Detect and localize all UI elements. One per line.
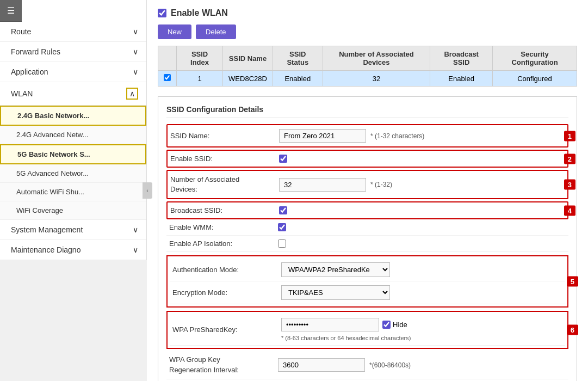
sidebar-item-route[interactable]: Route ∨: [0, 22, 146, 42]
maintenance-chevron: ∨: [133, 245, 138, 254]
auth-mode-select[interactable]: WPA/WPA2 PreSharedKe WPA PreSharedKey WP…: [281, 262, 390, 277]
cell-index: 1: [177, 71, 223, 87]
wlan-label: WLAN: [11, 89, 33, 98]
enable-ap-row: Enable AP Isolation:: [166, 236, 568, 252]
enable-ssid-row: Enable SSID: 2: [166, 150, 568, 168]
enc-mode-row: Encryption Mode: TKIP&AES TKIP AES: [170, 281, 565, 304]
enable-wmm-row: Enable WMM:: [166, 219, 568, 236]
cell-devices: 32: [323, 71, 430, 87]
sidebar-item-2g-advanced[interactable]: 2.4G Advanced Netw...: [0, 126, 146, 144]
enable-ssid-label: Enable SSID:: [170, 155, 279, 163]
enable-ssid-checkbox[interactable]: [279, 155, 287, 163]
route-chevron: ∨: [133, 27, 138, 36]
broadcast-row: Broadcast SSID: 4: [166, 201, 568, 219]
application-label: Application: [11, 67, 48, 76]
enable-wlan-row: Enable WLAN: [158, 8, 577, 18]
devices-label: Number of AssociatedDevices:: [170, 175, 279, 194]
col-security-config: Security Configuration: [493, 46, 577, 71]
table-row[interactable]: 1 WED8C28D Enabled 32 Enabled Configured: [158, 71, 577, 87]
sidebar-collapse-btn[interactable]: ‹: [143, 182, 152, 199]
enable-wlan-label: Enable WLAN: [171, 8, 228, 18]
sidebar-item-wlan[interactable]: WLAN ∧: [0, 82, 146, 106]
step-badge-2: 2: [564, 153, 575, 164]
sidebar-item-system-management[interactable]: System Management ∨: [0, 220, 146, 240]
main-content: Enable WLAN New Delete SSID Index SSID N…: [147, 0, 588, 381]
sidebar-item-application[interactable]: Application ∨: [0, 62, 146, 82]
enable-wmm-checkbox[interactable]: [278, 223, 286, 231]
auth-enc-group: Authentication Mode: WPA/WPA2 PreSharedK…: [166, 255, 568, 308]
enable-wmm-label: Enable WMM:: [169, 223, 278, 231]
ssid-name-row: SSID Name: * (1-32 characters) 1: [166, 124, 568, 148]
sidebar-item-5g-basic[interactable]: 5G Basic Network S...: [0, 144, 146, 164]
config-section-title: SSID Configuration Details: [166, 105, 568, 118]
wpa-key-input[interactable]: [281, 318, 379, 331]
cell-ssid-name: WED8C28D: [223, 71, 273, 87]
application-chevron: ∨: [133, 67, 138, 76]
hide-label: Hide: [393, 321, 407, 329]
wpa-key-label: WPA PreSharedKey:: [172, 325, 281, 334]
ssid-name-label: SSID Name:: [170, 132, 279, 140]
new-button[interactable]: New: [158, 24, 191, 39]
system-management-chevron: ∨: [133, 225, 138, 234]
enable-wlan-checkbox[interactable]: [158, 9, 166, 17]
step-badge-6: 6: [567, 325, 578, 335]
col-broadcast: Broadcast SSID: [430, 46, 493, 71]
sidebar-item-maintenance[interactable]: Maintenance Diagno ∨: [0, 240, 146, 260]
config-section: SSID Configuration Details SSID Name: * …: [158, 96, 577, 381]
row-checkbox[interactable]: [164, 74, 171, 81]
cell-security: Configured: [493, 71, 577, 87]
step-badge-1: 1: [564, 131, 575, 141]
wlan-table: SSID Index SSID Name SSID Status Number …: [158, 46, 577, 87]
step-badge-3: 3: [564, 180, 575, 190]
delete-button[interactable]: Delete: [196, 24, 236, 39]
enc-mode-select[interactable]: TKIP&AES TKIP AES: [281, 285, 390, 300]
cell-broadcast: Enabled: [430, 71, 493, 87]
route-label: Route: [11, 27, 31, 36]
cell-status: Enabled: [273, 71, 323, 87]
maintenance-label: Maintenance Diagno: [11, 245, 81, 254]
wpa-hint: * (8-63 characters or 64 hexadecimal cha…: [281, 335, 562, 341]
auth-mode-row: Authentication Mode: WPA/WPA2 PreSharedK…: [170, 259, 565, 281]
auth-mode-label: Authentication Mode:: [172, 266, 281, 274]
sidebar-top-icon[interactable]: ☰: [0, 0, 22, 22]
sidebar-item-2g-basic[interactable]: 2.4G Basic Network...: [0, 106, 146, 126]
wlan-chevron: ∧: [126, 88, 138, 100]
broadcast-checkbox[interactable]: [279, 206, 287, 214]
step-badge-5: 5: [567, 276, 578, 287]
hide-checkbox[interactable]: [382, 321, 391, 329]
enable-ap-checkbox[interactable]: [278, 239, 286, 248]
sidebar-item-wifi-coverage[interactable]: WiFi Coverage: [0, 201, 146, 220]
sidebar-item-auto-wifi[interactable]: Automatic WiFi Shu...: [0, 183, 146, 201]
wpa-key-group: WPA PreSharedKey: Hide * (8-63 character…: [166, 311, 568, 349]
col-ssid-name: SSID Name: [223, 46, 273, 71]
sidebar-item-forward-rules[interactable]: Forward Rules ∨: [0, 42, 146, 62]
table-actions: New Delete: [158, 24, 577, 39]
forward-rules-label: Forward Rules: [11, 47, 60, 56]
sidebar-item-5g-advanced[interactable]: 5G Advanced Networ...: [0, 164, 146, 183]
wpa-group-label: WPA Group KeyRegeneration Interval:: [169, 355, 278, 374]
col-check: [158, 46, 177, 71]
devices-input[interactable]: [279, 178, 366, 192]
wpa-group-row: WPA Group KeyRegeneration Interval: *(60…: [166, 351, 568, 379]
wpa-key-row: WPA PreSharedKey: Hide * (8-63 character…: [170, 314, 565, 346]
col-ssid-index: SSID Index: [177, 46, 223, 71]
forward-rules-chevron: ∨: [133, 47, 138, 56]
enc-mode-label: Encryption Mode:: [172, 288, 281, 297]
wpa-group-hint: *(600-86400s): [369, 361, 411, 369]
enable-ap-label: Enable AP Isolation:: [169, 239, 278, 248]
ssid-name-input[interactable]: [279, 129, 366, 143]
step-badge-4: 4: [564, 205, 575, 216]
broadcast-label: Broadcast SSID:: [170, 206, 279, 214]
col-associated-devices: Number of Associated Devices: [323, 46, 430, 71]
col-ssid-status: SSID Status: [273, 46, 323, 71]
devices-row: Number of AssociatedDevices: * (1-32) 3: [166, 170, 568, 199]
ssid-name-hint: * (1-32 characters): [370, 132, 424, 140]
system-management-label: System Management: [11, 225, 83, 234]
devices-hint: * (1-32): [370, 181, 392, 188]
wpa-group-input[interactable]: [278, 358, 365, 372]
